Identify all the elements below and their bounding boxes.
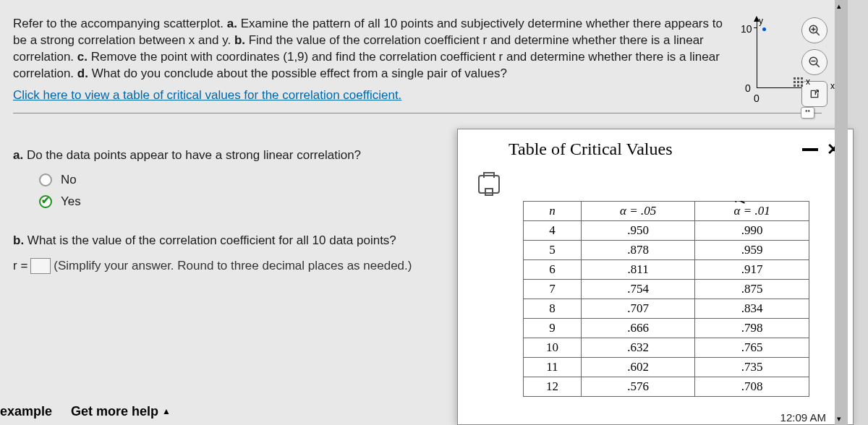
rounding-note: (Simplify your answer. Round to three de… bbox=[54, 259, 412, 273]
r-equals-label: r = bbox=[13, 259, 27, 273]
table-row: 11.602.735 bbox=[524, 358, 809, 377]
option-no-label: No bbox=[61, 173, 77, 187]
r-input[interactable] bbox=[30, 258, 51, 274]
col-a01: α = .01 bbox=[695, 202, 809, 221]
minimize-icon[interactable] bbox=[802, 148, 818, 151]
svg-line-5 bbox=[816, 64, 820, 67]
example-button[interactable]: example bbox=[0, 404, 52, 419]
zoom-in-icon[interactable] bbox=[801, 17, 827, 43]
clock: 12:09 AM bbox=[780, 411, 826, 424]
col-n: n bbox=[524, 202, 582, 221]
y-tick-0: 0 bbox=[745, 82, 751, 94]
svg-line-1 bbox=[816, 32, 820, 35]
dialog-title: Table of Critical Values bbox=[509, 139, 672, 159]
radio-no[interactable] bbox=[39, 173, 52, 186]
col-a05: α = .05 bbox=[581, 202, 695, 221]
print-icon[interactable] bbox=[478, 175, 500, 194]
get-more-help-button[interactable]: Get more help ▲ bbox=[71, 404, 171, 419]
scroll-up-icon[interactable]: ▴ bbox=[837, 1, 841, 11]
table-row: 12.576.708 bbox=[524, 377, 809, 397]
radio-yes[interactable] bbox=[39, 195, 52, 208]
table-row: 5.878.959 bbox=[524, 241, 809, 260]
zoom-out-icon[interactable] bbox=[801, 49, 827, 75]
critical-values-link[interactable]: Click here to view a table of critical v… bbox=[13, 88, 401, 103]
y-axis-label: y bbox=[759, 16, 763, 26]
part-b-prompt: What is the value of the correlation coe… bbox=[24, 233, 396, 247]
x-tick-0: 0 bbox=[754, 93, 760, 104]
option-yes-label: Yes bbox=[61, 194, 81, 209]
divider: •• bbox=[13, 113, 822, 113]
table-row: 10.632.765 bbox=[524, 338, 809, 358]
table-row: 8.707.834 bbox=[524, 299, 809, 319]
critical-values-dialog: Table of Critical Values ✕ ↖ n α = .05 α… bbox=[457, 129, 854, 425]
part-a-prompt: Do the data points appear to have a stro… bbox=[23, 148, 361, 162]
part-a-label: a. bbox=[13, 148, 23, 162]
y-tick-10: 10 bbox=[741, 23, 752, 35]
scroll-down-icon[interactable]: ▾ bbox=[837, 414, 841, 424]
grid-icon[interactable] bbox=[793, 77, 803, 87]
scrollbar[interactable]: ▴ ▾ bbox=[835, 0, 848, 425]
part-b-label: b. bbox=[13, 233, 24, 247]
table-row: 4.950.990 bbox=[524, 221, 809, 241]
grid-x-label: x bbox=[806, 77, 810, 87]
table-row: 6.811.917 bbox=[524, 260, 809, 280]
table-row: 7.754.875 bbox=[524, 280, 809, 299]
question-text: Refer to the accompanying scatterplot. a… bbox=[13, 16, 726, 82]
data-point bbox=[762, 27, 766, 31]
caret-up-icon: ▲ bbox=[162, 406, 171, 416]
table-row: 9.666.798 bbox=[524, 319, 809, 338]
critical-values-table: n α = .05 α = .01 4.950.9905.878.9596.81… bbox=[523, 201, 809, 397]
